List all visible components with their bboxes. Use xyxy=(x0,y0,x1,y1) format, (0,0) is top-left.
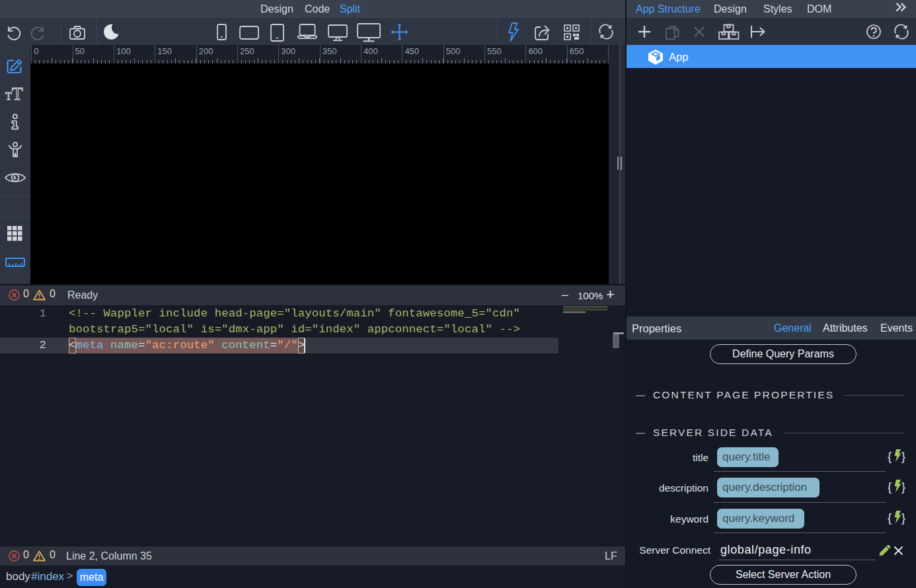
svg-text:T: T xyxy=(5,91,12,102)
svg-text:T: T xyxy=(12,84,23,104)
